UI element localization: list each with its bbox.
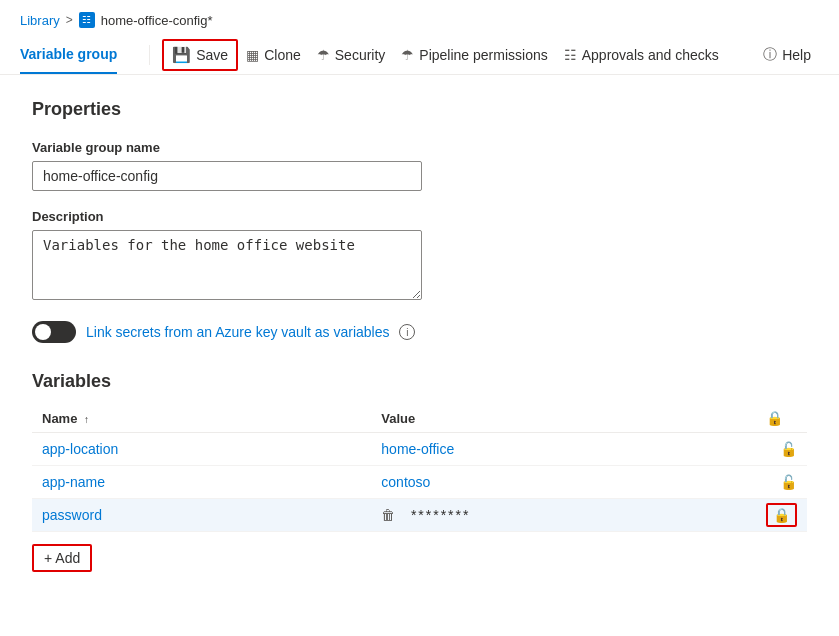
main-content: Properties Variable group name Descripti… xyxy=(0,75,839,596)
pipeline-permissions-label: Pipeline permissions xyxy=(419,47,547,63)
page-icon: ☷ xyxy=(79,12,95,28)
security-label: Security xyxy=(335,47,386,63)
table-row: app-location home-office 🔓 xyxy=(32,433,807,466)
help-label: Help xyxy=(782,47,811,63)
var-value: ******** xyxy=(411,507,471,523)
library-link[interactable]: Library xyxy=(20,13,60,28)
page-title: home-office-config* xyxy=(101,13,213,28)
header-lock-icon: 🔒 xyxy=(766,410,783,426)
clone-button[interactable]: ▦ Clone xyxy=(238,39,309,71)
add-button[interactable]: + Add xyxy=(32,544,92,572)
toggle-row: Link secrets from an Azure key vault as … xyxy=(32,321,807,343)
name-field-group: Variable group name xyxy=(32,140,807,191)
variables-title: Variables xyxy=(32,371,807,392)
approvals-button[interactable]: ☷ Approvals and checks xyxy=(556,39,727,71)
var-value[interactable]: home-office xyxy=(381,441,454,457)
value-column-header: Value xyxy=(371,404,756,433)
approvals-icon: ☷ xyxy=(564,47,577,63)
table-row: password 🗑 ******** 🔒 xyxy=(32,499,807,532)
variables-table: Name ↑ Value 🔒 app-location home-office … xyxy=(32,404,807,532)
toolbar: Variable group 💾 Save ▦ Clone ☂ Security… xyxy=(0,36,839,75)
delete-icon[interactable]: 🗑 xyxy=(381,507,395,523)
name-input[interactable] xyxy=(32,161,422,191)
security-button[interactable]: ☂ Security xyxy=(309,39,394,71)
toolbar-divider xyxy=(149,45,150,65)
table-header-row: Name ↑ Value 🔒 xyxy=(32,404,807,433)
clone-label: Clone xyxy=(264,47,301,63)
tab-variable-group[interactable]: Variable group xyxy=(20,36,117,74)
key-vault-toggle[interactable] xyxy=(32,321,76,343)
properties-title: Properties xyxy=(32,99,807,120)
breadcrumb-separator: > xyxy=(66,13,73,27)
description-label: Description xyxy=(32,209,807,224)
properties-section: Properties Variable group name Descripti… xyxy=(32,99,807,343)
save-icon: 💾 xyxy=(172,46,191,64)
help-icon: ⓘ xyxy=(763,46,777,64)
lock-icon[interactable]: 🔓 xyxy=(780,441,797,457)
description-input[interactable]: Variables for the home office website xyxy=(32,230,422,300)
var-value[interactable]: contoso xyxy=(381,474,430,490)
pipeline-permissions-button[interactable]: ☂ Pipeline permissions xyxy=(393,39,555,71)
lock-icon-highlighted[interactable]: 🔒 xyxy=(766,503,797,527)
lock-icon[interactable]: 🔓 xyxy=(780,474,797,490)
breadcrumb: Library > ☷ home-office-config* xyxy=(0,0,839,36)
save-button[interactable]: 💾 Save xyxy=(162,39,238,71)
description-field-group: Description Variables for the home offic… xyxy=(32,209,807,303)
clone-icon: ▦ xyxy=(246,47,259,63)
var-name[interactable]: app-location xyxy=(42,441,118,457)
help-button[interactable]: ⓘ Help xyxy=(755,38,819,72)
info-icon[interactable]: i xyxy=(399,324,415,340)
table-row: app-name contoso 🔓 xyxy=(32,466,807,499)
pipeline-icon: ☂ xyxy=(401,47,414,63)
variables-section: Variables Name ↑ Value 🔒 app-locatio xyxy=(32,371,807,572)
sort-arrow: ↑ xyxy=(84,414,89,425)
toggle-label: Link secrets from an Azure key vault as … xyxy=(86,324,389,340)
var-name[interactable]: app-name xyxy=(42,474,105,490)
lock-column-header: 🔒 xyxy=(756,404,807,433)
name-column-header: Name ↑ xyxy=(32,404,371,433)
var-name[interactable]: password xyxy=(42,507,102,523)
shield-icon: ☂ xyxy=(317,47,330,63)
name-label: Variable group name xyxy=(32,140,807,155)
save-label: Save xyxy=(196,47,228,63)
approvals-label: Approvals and checks xyxy=(582,47,719,63)
